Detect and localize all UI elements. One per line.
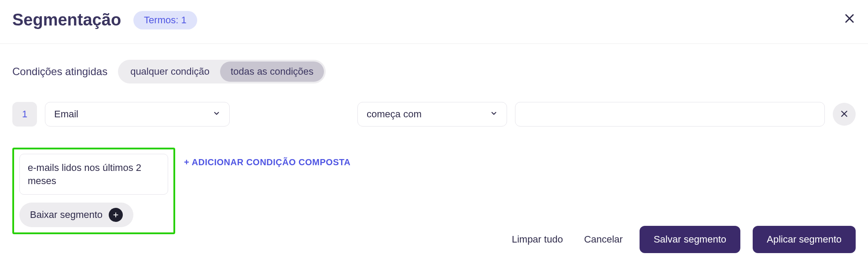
page-title: Segmentação xyxy=(12,11,121,29)
conditions-label: Condições atingidas xyxy=(12,65,107,78)
rule-index-badge: 1 xyxy=(12,102,37,127)
plus-circle-icon xyxy=(109,208,123,222)
cancel-button[interactable]: Cancelar xyxy=(580,228,627,251)
rule-value-input[interactable] xyxy=(515,102,825,127)
rule-field-select[interactable]: Email xyxy=(45,102,230,127)
rule-row: 1 Email começa com xyxy=(12,102,856,127)
rule-field-value: Email xyxy=(54,109,78,120)
clear-all-button[interactable]: Limpar tudo xyxy=(508,228,567,251)
bottom-row: e-mails lidos nos últimos 2 meses Baixar… xyxy=(12,148,856,234)
conditions-row: Condições atingidas qualquer condição to… xyxy=(12,60,856,83)
footer-actions: Limpar tudo Cancelar Salvar segmento Apl… xyxy=(508,226,856,253)
apply-segment-button[interactable]: Aplicar segmento xyxy=(753,226,856,253)
close-icon xyxy=(843,12,856,28)
add-composite-condition-link[interactable]: + ADICIONAR CONDIÇÃO COMPOSTA xyxy=(184,148,350,167)
chevron-down-icon xyxy=(213,109,221,120)
terms-badge: Termos: 1 xyxy=(133,11,197,29)
header: Segmentação Termos: 1 xyxy=(0,0,868,44)
remove-rule-button[interactable] xyxy=(833,103,856,126)
condition-match-toggle: qualquer condição todas as condições xyxy=(118,60,326,83)
close-button[interactable] xyxy=(843,12,856,27)
save-segment-button[interactable]: Salvar segmento xyxy=(640,226,740,253)
chevron-down-icon xyxy=(490,109,498,120)
segment-name-field[interactable]: e-mails lidos nos últimos 2 meses xyxy=(19,154,168,195)
toggle-any-condition[interactable]: qualquer condição xyxy=(120,62,220,82)
download-segment-button[interactable]: Baixar segmento xyxy=(19,203,133,227)
rule-operator-value: começa com xyxy=(367,109,422,120)
highlighted-area: e-mails lidos nos últimos 2 meses Baixar… xyxy=(12,148,175,234)
rule-operator-select[interactable]: começa com xyxy=(357,102,507,127)
toggle-all-conditions[interactable]: todas as condições xyxy=(220,62,324,82)
download-segment-label: Baixar segmento xyxy=(30,209,103,221)
close-icon xyxy=(840,109,849,120)
content: Condições atingidas qualquer condição to… xyxy=(0,44,868,234)
